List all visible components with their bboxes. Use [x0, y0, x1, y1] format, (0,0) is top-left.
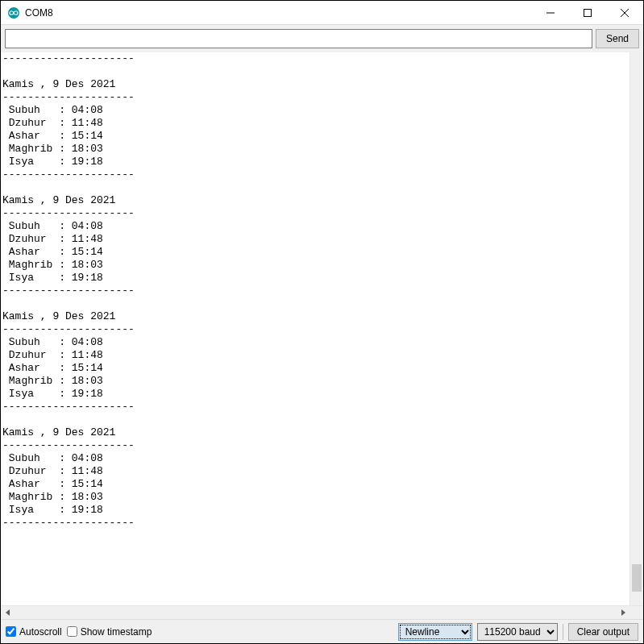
scroll-left-icon[interactable]	[1, 606, 15, 620]
minimize-button[interactable]	[532, 1, 569, 25]
svg-marker-6	[621, 609, 625, 616]
horizontal-scrollbar-row	[1, 605, 643, 619]
send-button[interactable]: Send	[596, 29, 639, 48]
separator	[563, 624, 563, 640]
show-timestamp-checkbox[interactable]	[67, 626, 77, 637]
bottom-bar: Autoscroll Show timestamp No line ending…	[1, 619, 643, 643]
vertical-scrollbar[interactable]	[629, 52, 643, 605]
close-button[interactable]	[606, 1, 643, 25]
line-ending-select[interactable]: No line endingNewlineCarriage returnBoth…	[398, 623, 472, 641]
clear-output-button[interactable]: Clear output	[568, 623, 638, 641]
serial-output-text[interactable]: --------------------- Kamis , 9 Des 2021…	[1, 52, 629, 605]
baud-rate-select[interactable]: 9600 baud19200 baud38400 baud57600 baud1…	[477, 623, 558, 641]
maximize-button[interactable]	[569, 1, 606, 25]
svg-rect-2	[584, 9, 592, 16]
input-row: Send	[1, 25, 643, 52]
show-timestamp-text: Show timestamp	[81, 626, 152, 638]
title-bar: COM8	[1, 1, 643, 25]
autoscroll-checkbox[interactable]	[6, 626, 16, 637]
window-title: COM8	[25, 7, 53, 19]
output-area: --------------------- Kamis , 9 Des 2021…	[1, 52, 643, 605]
scroll-right-icon[interactable]	[616, 606, 629, 620]
scrollbar-corner	[629, 606, 643, 620]
app-icon	[7, 6, 20, 19]
autoscroll-text: Autoscroll	[19, 626, 62, 638]
vertical-scrollbar-thumb[interactable]	[632, 564, 642, 592]
serial-input[interactable]	[5, 29, 592, 48]
horizontal-scrollbar-track[interactable]	[15, 606, 616, 619]
show-timestamp-checkbox-label[interactable]: Show timestamp	[67, 626, 152, 638]
horizontal-scrollbar[interactable]	[1, 606, 629, 619]
autoscroll-checkbox-label[interactable]: Autoscroll	[6, 626, 62, 638]
svg-marker-5	[6, 609, 10, 616]
